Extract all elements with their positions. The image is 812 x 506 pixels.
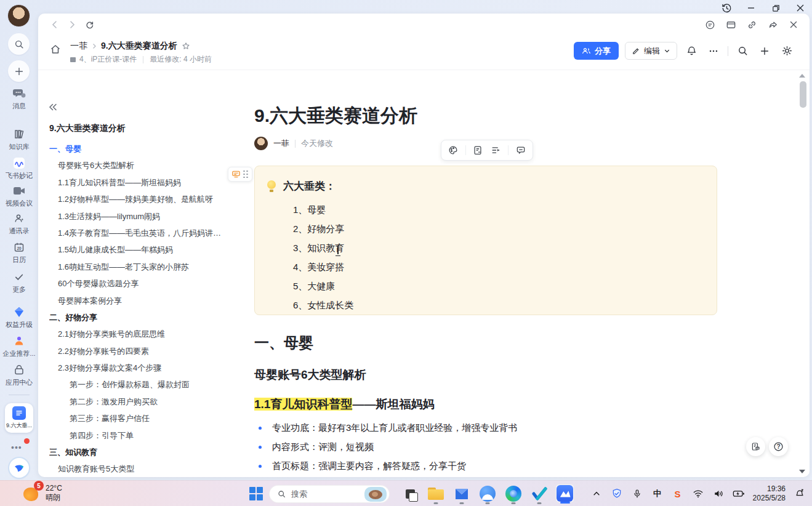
rail-doc-shortcut[interactable]: 9.六大垂... (5, 403, 33, 433)
rail-item-calendar[interactable]: 20 日历 (0, 241, 38, 265)
toc-item[interactable]: 第三步：赢得客户信任 (49, 410, 239, 427)
toc-item[interactable]: 1.2好物种草型——辣妈美美好物、是航航呀 (49, 191, 239, 207)
doc-link-icon[interactable] (471, 143, 484, 157)
heading-six-types[interactable]: 母婴账号6大类型解析 (254, 366, 717, 384)
heading-1-1[interactable]: 1.1育儿知识科普型——斯坦福妈妈 (254, 396, 717, 413)
toc-item[interactable]: 一、母婴 (49, 140, 239, 157)
notifications-bell-icon[interactable] (683, 43, 699, 59)
rail-item-messages[interactable]: 消息 (0, 87, 38, 111)
microphone-icon[interactable] (631, 488, 643, 500)
restore-button[interactable] (768, 1, 784, 15)
rail-item-more[interactable]: 更多 (0, 271, 38, 294)
rail-item-benefits-upgrade[interactable]: 权益升级 (0, 306, 38, 329)
security-shield-icon[interactable] (611, 488, 623, 500)
rail-item-app-center[interactable]: 应用中心 (0, 364, 38, 387)
toc-item[interactable]: 1.5幼儿健康成长型——年糕妈妈 (49, 241, 239, 258)
breadcrumb-title[interactable]: 9.六大垂类赛道分析 (101, 41, 177, 52)
callout-item[interactable]: 2、好物分享 (293, 219, 699, 238)
nav-back-button[interactable] (48, 18, 62, 31)
user-avatar[interactable] (7, 4, 30, 27)
rail-item-contacts[interactable]: 通讯录 (0, 212, 38, 236)
file-explorer-button[interactable] (426, 484, 445, 503)
toc-item[interactable]: 第四步：引导下单 (49, 427, 239, 444)
help-button[interactable]: ? (769, 437, 788, 456)
panel-icon[interactable] (723, 18, 738, 31)
share-button[interactable]: 分享 (574, 42, 619, 60)
toc-item[interactable]: 2.1好物分享类账号的底层思维 (49, 326, 239, 342)
rail-item-video-meeting[interactable]: 视频会议 (0, 185, 38, 208)
toc-item[interactable]: 1.4亲子教育型——毛毛虫英语，八斤妈妈讲… (49, 225, 239, 241)
scrollbar-up-arrow[interactable] (799, 74, 805, 78)
outline-arrow-icon[interactable] (489, 143, 503, 157)
header-add-icon[interactable] (757, 43, 773, 59)
toc-item[interactable]: 三、知识教育 (49, 444, 239, 460)
minimize-button[interactable] (743, 1, 759, 15)
callout-item[interactable]: 4、美妆穿搭 (293, 257, 699, 276)
callout-item[interactable]: 5、大健康 (293, 276, 699, 295)
nav-forward-button[interactable] (65, 18, 79, 31)
feishu-logo[interactable] (9, 458, 29, 478)
bullet-item[interactable]: 内容形式：评测，短视频 (254, 438, 717, 457)
callout-block[interactable]: 六大垂类： 1、母婴 2、好物分享 3、知识教育 4、美妆穿搭 5、大健康 6、… (254, 166, 717, 315)
taskbar-clock[interactable]: 19:36 2025/5/28 (753, 484, 786, 503)
toc-item[interactable]: 1.6萌娃互动型——老丁头家的小胖苏 (49, 259, 239, 275)
callout-item[interactable]: 6、女性成长类 (293, 295, 699, 315)
bullet-item[interactable]: 专业功底：最好有3年以上育儿或者职业经验，增强专业背书 (254, 419, 717, 438)
block-handle[interactable] (228, 167, 252, 182)
rail-item-minutes[interactable]: 飞书妙记 (0, 157, 38, 180)
settings-gear-icon[interactable] (779, 43, 795, 59)
rail-item-knowledge-base[interactable]: 知识库 (0, 128, 38, 151)
toc-item[interactable]: 母婴账号6大类型解析 (49, 157, 239, 174)
edge-browser-button[interactable] (504, 484, 523, 503)
toc-item[interactable]: 二、好物分享 (49, 309, 239, 326)
volume-icon[interactable] (712, 488, 725, 500)
rail-more-button[interactable]: ••• (11, 442, 27, 453)
notification-bell-sleep-icon[interactable] (794, 488, 806, 500)
callout-item[interactable]: 3、知识教育 (293, 238, 699, 257)
drag-handle-icon[interactable] (243, 171, 249, 179)
home-icon[interactable] (49, 43, 62, 58)
toc-item[interactable]: 1.1育儿知识科普型——斯坦福妈妈 (49, 174, 239, 191)
toc-item[interactable]: 第二步：激发用户购买欲 (49, 393, 239, 410)
wifi-icon[interactable] (692, 488, 704, 500)
edit-button[interactable]: 编辑 (625, 42, 677, 60)
favorite-star-icon[interactable] (181, 41, 191, 51)
annotation-panel-button[interactable] (746, 437, 765, 456)
callout-item[interactable]: 1、母婴 (293, 200, 699, 219)
teal-check-app-button[interactable] (529, 484, 549, 503)
toc-item[interactable]: 60个母婴爆款选题分享 (49, 275, 239, 292)
toc-item[interactable]: 1.3生活辣妈——lilymum闹妈 (49, 208, 239, 225)
feishu-app-button[interactable] (555, 484, 574, 503)
theme-palette-icon[interactable] (446, 143, 460, 157)
toc-item[interactable]: 2.3好物分享爆款文案4个步骤 (49, 359, 239, 376)
nav-refresh-button[interactable] (82, 18, 96, 31)
ime-indicator[interactable]: 中 (651, 488, 664, 500)
toc-collapse-button[interactable] (48, 102, 62, 114)
start-button[interactable] (249, 487, 263, 500)
doc-folder[interactable]: 4、iP正价课-课件 (79, 54, 137, 65)
battery-icon[interactable] (733, 488, 745, 500)
copy-link-icon[interactable] (744, 18, 759, 31)
close-tab-icon[interactable] (786, 18, 801, 31)
scrollbar-down-arrow[interactable] (799, 470, 805, 473)
tray-expand-chevron[interactable] (590, 488, 603, 500)
comment-circle-icon[interactable] (702, 18, 717, 31)
comment-bubble-icon[interactable] (514, 143, 528, 157)
rail-add-button[interactable] (8, 60, 30, 82)
toc-item[interactable]: 知识教育账号5大类型 (49, 460, 239, 477)
toc-item[interactable]: 第一步：创作爆款标题、爆款封面 (49, 376, 239, 393)
rail-search-button[interactable] (8, 33, 30, 55)
sogou-input-icon[interactable]: S (672, 488, 684, 500)
share-forward-icon[interactable] (765, 18, 780, 31)
taskbar-search[interactable]: 搜索 (269, 485, 390, 503)
toc-item[interactable]: 母婴脚本案例分享 (49, 292, 239, 309)
task-view-button[interactable] (400, 484, 419, 503)
header-search-icon[interactable] (734, 43, 750, 59)
header-more-icon[interactable] (705, 43, 722, 59)
page-title[interactable]: 9.六大垂类赛道分析 (254, 103, 717, 128)
bullet-item[interactable]: 首页标题：强调主要内容，解答疑惑，分享干货 (254, 457, 717, 476)
taskbar-weather-widget[interactable]: 5 22°C 晴朗 (22, 484, 62, 502)
history-icon[interactable] (718, 1, 734, 15)
quark-browser-button[interactable] (478, 484, 497, 503)
heading-muying[interactable]: 一、母婴 (254, 332, 717, 353)
